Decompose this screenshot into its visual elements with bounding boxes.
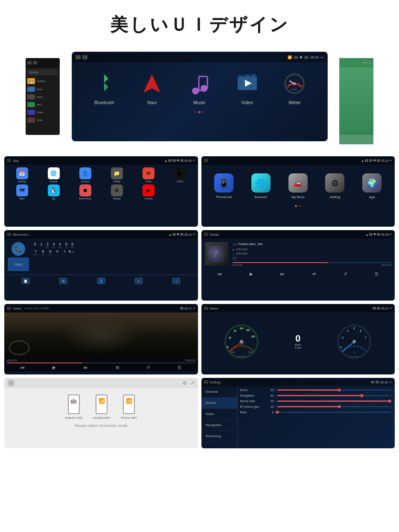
hero-app-music[interactable]: Music <box>186 71 212 105</box>
settings-menu-video[interactable]: Video › <box>201 409 237 420</box>
num-1[interactable]: 1 <box>39 242 44 248</box>
navi-app-icon <box>139 71 165 96</box>
youtube-icon: ▶ <box>143 184 154 196</box>
remix-track[interactable] <box>277 400 390 402</box>
svg-text:V/min×1000: V/min×1000 <box>350 356 359 358</box>
hero-apps: Bluetooth Navi <box>72 62 327 109</box>
settings-menu-reversing[interactable]: Reversing › <box>201 431 237 442</box>
home-phonelink[interactable]: 📱 PhoneLink <box>214 173 233 199</box>
num-3[interactable]: 3DEF <box>51 242 57 248</box>
bluetooth-icon-sm: ✱ <box>300 56 303 59</box>
nav-label: Navigation <box>240 394 266 397</box>
shuffle-btn[interactable]: ⇌ <box>312 272 316 276</box>
music-track[interactable] <box>277 389 390 391</box>
app-row-2: 🗺 Maps 🐧 QQ ⏺ Screen Reco. ⚙ Settings ▶ <box>7 184 195 200</box>
home-app-btn[interactable]: 🌍 App <box>362 173 382 199</box>
pcs-iphone-wifi[interactable]: 📶 iPhone WiFi <box>121 395 137 419</box>
repeat-btn[interactable]: ↺ <box>344 272 347 276</box>
nav-value: 30 <box>267 394 274 397</box>
home-setting[interactable]: ⚙ Setting <box>325 173 344 199</box>
bass-track[interactable] <box>277 412 390 413</box>
video-repeat-btn[interactable]: ↺ <box>146 365 150 370</box>
pcs-gear-icon[interactable]: ⚙ <box>182 380 187 386</box>
bt-track[interactable] <box>277 406 390 407</box>
bt-ctrl-5[interactable]: ♪ <box>172 278 181 284</box>
app-googleplay[interactable]: ▶ G.Play <box>165 167 195 183</box>
hard-disk-label: HardDisk <box>37 80 46 82</box>
remix-left-arrow[interactable]: ‹ <box>275 399 277 403</box>
send-button[interactable]: SEND <box>8 257 29 271</box>
topbar-status: 📶 ✱ 05:33 ↩ <box>288 56 323 59</box>
num-2[interactable]: 2ABC <box>45 242 50 248</box>
settings-menu-general[interactable]: General › <box>201 386 237 398</box>
app-qq[interactable]: 🐧 QQ <box>38 184 69 200</box>
bt-ctrl-1[interactable]: 📋 <box>21 278 30 284</box>
next-btn[interactable]: ⏭ <box>280 272 285 276</box>
bt-back: ↩ <box>193 233 195 236</box>
num-plus[interactable]: + <box>61 249 68 256</box>
panel-item-label-4: Seco... <box>37 103 44 106</box>
home-mybenz[interactable]: 🚗 My Benz <box>288 173 308 199</box>
num-4[interactable]: 4GHI <box>57 242 63 248</box>
settings-menu-sound[interactable]: Sound › <box>201 398 237 409</box>
num-8[interactable]: 8TUV <box>40 249 46 256</box>
num-back[interactable]: K← <box>69 249 75 256</box>
media-back: ↩ <box>390 233 392 236</box>
hero-app-meter[interactable]: km/h Meter <box>282 71 308 105</box>
nav-left-arrow[interactable]: ‹ <box>275 394 277 398</box>
hero-app-video[interactable]: Video <box>234 71 260 105</box>
video-progress-track[interactable] <box>7 362 195 363</box>
num-hash[interactable]: # <box>54 249 61 256</box>
bt-ctrl-2[interactable]: ⊞ <box>59 278 67 284</box>
pcs-back-icon[interactable]: ← <box>8 380 15 386</box>
music-right-arrow[interactable]: › <box>391 388 392 392</box>
video-playlist-btn[interactable]: ☰ <box>178 365 181 370</box>
pcs-android-wifi[interactable]: 📶 Android WiFi <box>93 395 110 419</box>
svg-point-40 <box>352 340 356 343</box>
bt-ctrl-4[interactable]: ↩ <box>134 278 143 284</box>
video-aspect-btn[interactable]: ⊞ <box>116 365 119 370</box>
settings-menu-navigation[interactable]: Navigation › <box>201 420 237 431</box>
svg-marker-0 <box>100 74 108 91</box>
nav-track[interactable] <box>277 395 390 396</box>
pcs-android-usb[interactable]: 🤖 Android USB <box>65 395 82 419</box>
panel-item-icon-5 <box>27 110 35 115</box>
num-0[interactable]: 0 <box>32 242 38 248</box>
playlist-btn[interactable]: ☰ <box>375 272 379 276</box>
app-chrome[interactable]: 🌐 Chrome <box>38 167 69 183</box>
app-contacts[interactable]: 👤 Contacts <box>70 167 100 183</box>
video-play-btn[interactable]: ▶ <box>52 365 56 370</box>
play-btn[interactable]: ▶ <box>250 272 253 276</box>
hero-app-navi[interactable]: Navi <box>139 71 165 105</box>
menu-icon <box>82 55 87 59</box>
app-maps[interactable]: 🗺 Maps <box>7 184 37 200</box>
pcs-share-icon[interactable]: ↗ <box>190 380 195 386</box>
num-7[interactable]: 7PQRS <box>32 249 39 256</box>
settings-time: 05:19 <box>380 381 388 384</box>
app-screen-reco[interactable]: ⏺ Screen Reco. <box>70 184 100 200</box>
num-9[interactable]: 9WXYZ <box>47 249 53 256</box>
nav-right-arrow[interactable]: › <box>391 394 392 398</box>
bass-right-arrow[interactable]: › <box>391 410 392 414</box>
prev-btn[interactable]: ⏮ <box>218 272 222 276</box>
dot-1 <box>195 111 197 113</box>
app-filemanager[interactable]: 📁 FileMgr <box>102 167 132 183</box>
svg-text:120: 120 <box>246 329 250 331</box>
app-calendar[interactable]: 📅 Calendar <box>7 167 37 183</box>
media-progress-bar[interactable] <box>233 262 392 263</box>
music-left-arrow[interactable]: ‹ <box>275 388 277 392</box>
num-5[interactable]: 5JKL <box>64 242 69 248</box>
app-youtube[interactable]: ▶ YouTube <box>133 184 163 200</box>
home-browser[interactable]: 🌐 Browser <box>251 173 271 199</box>
video-prev-btn[interactable]: ⏮ <box>20 365 25 370</box>
num-6[interactable]: 6MNO <box>70 242 76 248</box>
slider-bass: Bass 0 ‹ › <box>240 410 393 414</box>
app-settings[interactable]: ⚙ Settings <box>102 184 132 200</box>
hero-app-bluetooth[interactable]: Bluetooth <box>91 71 117 105</box>
bt-left-arrow[interactable]: ‹ <box>275 405 277 409</box>
video-next-btn[interactable]: ⏭ <box>84 365 88 370</box>
app-gmail[interactable]: ✉ Gmail <box>133 167 163 183</box>
bt-ctrl-3[interactable]: 👤 <box>97 278 105 284</box>
settings-body: General › Sound › Video › Navigation › R… <box>201 386 395 448</box>
bt-right-arrow[interactable]: › <box>391 405 392 409</box>
